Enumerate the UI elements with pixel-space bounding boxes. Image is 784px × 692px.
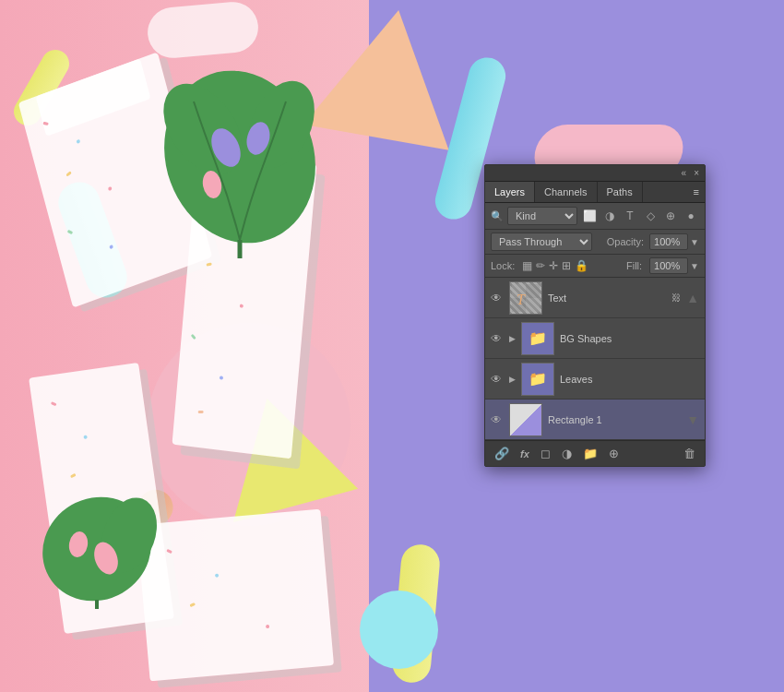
monstera-leaf-bottom	[28, 489, 166, 609]
panel-collapse-btn[interactable]: «	[682, 168, 687, 178]
panel-lock-row: Lock: ▦ ✏ ✛ ⊞ 🔒 Fill: ▼	[485, 255, 705, 278]
layer-visibility-bg-shapes[interactable]: 👁	[491, 332, 504, 345]
layers-list: 👁 T Text ⛓ ▲ 👁 ▶ �	[485, 278, 705, 440]
panel-blend-row: Pass Through Normal Multiply Screen Over…	[485, 230, 705, 255]
rounded-shape-top	[146, 0, 260, 60]
layer-name-leaves: Leaves	[560, 374, 699, 385]
tab-layers[interactable]: Layers	[485, 182, 535, 202]
panel-menu-btn[interactable]: ≡	[688, 182, 705, 202]
delete-layer-btn[interactable]: 🗑	[680, 445, 699, 462]
tab-channels[interactable]: Channels	[535, 182, 597, 202]
layer-scroll-up: ▲	[686, 291, 699, 305]
circle-cyan-bottom-right	[360, 591, 438, 669]
add-mask-btn[interactable]: ◻	[537, 445, 554, 462]
fill-dropdown-icon[interactable]: ▼	[690, 261, 699, 271]
lock-all-icon[interactable]: 🔒	[575, 259, 588, 272]
layer-fx-btn[interactable]: fx	[517, 447, 533, 461]
layer-link-icon: ⛓	[671, 292, 681, 303]
opacity-dropdown-icon[interactable]: ▼	[690, 237, 699, 247]
filter-kind-select[interactable]: Kind	[507, 207, 577, 225]
svg-text:T: T	[517, 292, 526, 307]
layer-item-text[interactable]: 👁 T Text ⛓ ▲	[485, 278, 705, 318]
layer-item-rectangle1[interactable]: 👁 Rectangle 1 ▼	[485, 400, 705, 440]
letter-e-confetti	[137, 509, 334, 682]
panel-titlebar: « ×	[485, 165, 705, 182]
lock-checkerboard-icon[interactable]: ▦	[522, 259, 532, 272]
panel-filter-row: 🔍 Kind ⬜ ◑ T ◇ ⊕ ●	[485, 203, 705, 230]
cylinder-yellow-bottom-right	[391, 543, 442, 684]
lock-brush-icon[interactable]: ✏	[536, 259, 545, 272]
layer-visibility-text[interactable]: 👁	[491, 292, 504, 304]
layer-name-bg-shapes: BG Shapes	[560, 333, 699, 344]
opacity-label: Opacity:	[607, 236, 644, 247]
filter-adjust-icon[interactable]: ◑	[601, 209, 618, 222]
filter-pixel-icon[interactable]: ⬜	[581, 209, 598, 222]
blend-mode-select[interactable]: Pass Through Normal Multiply Screen Over…	[491, 233, 592, 251]
opacity-input[interactable]	[649, 233, 688, 250]
link-layers-btn[interactable]: 🔗	[491, 445, 513, 462]
filter-type-icon[interactable]: T	[622, 209, 638, 222]
layer-name-text: Text	[548, 292, 666, 304]
monstera-leaf-top	[148, 55, 332, 258]
svg-rect-14	[526, 284, 540, 298]
lock-label: Lock:	[491, 260, 515, 271]
search-icon: 🔍	[491, 210, 504, 222]
fill-label: Fill:	[626, 260, 642, 271]
panel-bottom-toolbar: 🔗 fx ◻ ◑ 📁 ⊕ 🗑	[485, 440, 705, 466]
layer-thumbnail-leaves: 📁	[521, 363, 554, 396]
layer-thumbnail-bg-shapes: 📁	[521, 322, 554, 355]
layer-item-bg-shapes[interactable]: 👁 ▶ 📁 BG Shapes	[485, 318, 705, 359]
layer-thumbnail-text: T	[509, 281, 542, 315]
fill-input[interactable]	[649, 257, 688, 274]
filter-smart-icon[interactable]: ⊕	[662, 209, 679, 222]
layer-item-leaves[interactable]: 👁 ▶ 📁 Leaves	[485, 359, 705, 400]
layer-visibility-leaves[interactable]: 👁	[491, 373, 504, 386]
new-group-btn[interactable]: 📁	[579, 445, 601, 462]
lock-move-icon[interactable]: ✛	[549, 259, 558, 272]
panel-close-btn[interactable]: ×	[694, 168, 699, 178]
layer-thumbnail-rectangle1	[509, 403, 542, 436]
fill-adjustment-btn[interactable]: ◑	[558, 445, 576, 462]
lock-icons: ▦ ✏ ✛ ⊞ 🔒	[522, 259, 588, 272]
layer-expand-leaves[interactable]: ▶	[509, 375, 516, 384]
lock-artboard-icon[interactable]: ⊞	[562, 259, 571, 272]
layer-expand-bg-shapes[interactable]: ▶	[509, 334, 516, 343]
layer-scroll-down: ▼	[686, 412, 699, 427]
new-layer-btn[interactable]: ⊕	[605, 445, 623, 462]
layer-visibility-rectangle1[interactable]: 👁	[491, 413, 504, 426]
panel-titlebar-right: « ×	[682, 168, 699, 178]
filter-shape-icon[interactable]: ◇	[642, 209, 659, 222]
tab-paths[interactable]: Paths	[598, 182, 643, 202]
panel-tabs: Layers Channels Paths ≡	[485, 182, 705, 203]
filter-other-icon[interactable]: ●	[683, 209, 699, 222]
svg-rect-16	[526, 298, 540, 312]
filter-icons: ⬜ ◑ T ◇ ⊕ ●	[581, 209, 699, 222]
layer-name-rectangle1: Rectangle 1	[548, 414, 681, 425]
layers-panel: « × Layers Channels Paths ≡ 🔍 Kind ⬜ ◑ T…	[484, 164, 706, 467]
letter-e	[137, 509, 334, 682]
